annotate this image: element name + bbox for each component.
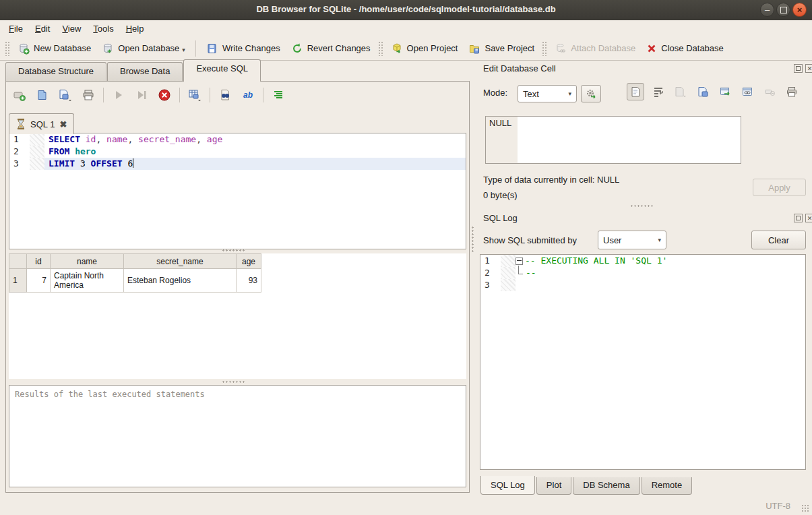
format-sql-icon[interactable] <box>270 87 286 103</box>
cell-id[interactable]: 7 <box>27 269 51 293</box>
main-tabbar: Database Structure Browse Data Execute S… <box>5 62 261 82</box>
autocomplete-icon[interactable]: ab <box>240 87 256 103</box>
tab-db-schema[interactable]: DB Schema <box>573 477 639 495</box>
table-message-splitter[interactable] <box>222 380 246 384</box>
resize-grip[interactable] <box>801 504 809 512</box>
cell-value-editor[interactable]: NULL <box>485 116 741 164</box>
set-null-icon[interactable] <box>761 84 778 100</box>
close-database-button[interactable]: Close Database <box>641 40 729 57</box>
print-sql-icon[interactable] <box>80 87 96 103</box>
cell-editor-title: Edit Database Cell <box>483 63 556 73</box>
close-panel-icon[interactable]: ✕ <box>805 214 812 222</box>
toolbar-drag-handle[interactable] <box>378 41 383 56</box>
print-cell-icon[interactable] <box>784 84 800 100</box>
float-panel-icon[interactable] <box>794 214 803 222</box>
close-sql-tab-icon[interactable]: ✖ <box>59 119 67 129</box>
copy-link-icon[interactable] <box>739 84 755 100</box>
editor-table-splitter[interactable] <box>222 249 246 253</box>
dock-horizontal-splitter[interactable] <box>630 204 654 208</box>
apply-button[interactable]: Apply <box>753 179 806 196</box>
fold-collapse-icon[interactable] <box>516 258 523 265</box>
tab-database-structure[interactable]: Database Structure <box>5 62 106 82</box>
save-project-button[interactable]: Save Project <box>463 39 540 58</box>
attach-database-button[interactable]: Attach Database <box>549 39 641 58</box>
auto-switch-mode-button[interactable] <box>581 85 601 102</box>
save-project-icon <box>468 42 480 55</box>
line-number: 3 <box>9 158 30 170</box>
find-icon[interactable] <box>217 87 233 103</box>
column-header-name[interactable]: name <box>51 254 124 269</box>
word-wrap-icon[interactable] <box>650 84 666 100</box>
menu-edit[interactable]: Edit <box>29 22 56 36</box>
row-number-cell[interactable]: 1 <box>9 269 27 293</box>
clear-log-button[interactable]: Clear <box>751 231 806 249</box>
new-database-icon <box>18 42 30 55</box>
cell-name[interactable]: Captain North America <box>51 269 124 293</box>
new-database-button[interactable]: New Database <box>12 39 96 58</box>
save-sql-file-icon[interactable] <box>57 87 73 103</box>
export-results-icon[interactable] <box>187 87 203 103</box>
write-changes-button[interactable]: Write Changes <box>201 39 286 58</box>
app-window: DB Browser for SQLite - /home/user/code/… <box>0 0 812 515</box>
menu-tools[interactable]: Tools <box>87 22 119 36</box>
open-database-button[interactable]: Open Database ▾ <box>96 39 191 58</box>
menu-view[interactable]: View <box>56 22 87 36</box>
results-table-area: id name secret_name age 1 7 Captain Nort… <box>9 253 466 379</box>
editor-line-3-current[interactable]: 3 LIMIT 3 OFFSET 6 <box>9 158 466 170</box>
sql-log-title: SQL Log <box>483 213 518 223</box>
cell-type-info: Type of data currently in cell: NULL <box>483 175 619 185</box>
cell-age[interactable]: 93 <box>237 269 261 293</box>
line-number: 2 <box>9 146 30 158</box>
cell-value-content[interactable] <box>518 117 741 163</box>
results-table: id name secret_name age 1 7 Captain Nort… <box>9 253 261 293</box>
tab-sql-log[interactable]: SQL Log <box>480 476 535 495</box>
titlebar[interactable]: DB Browser for SQLite - /home/user/code/… <box>0 0 812 21</box>
row-number-header[interactable] <box>9 254 27 269</box>
menu-help[interactable]: Help <box>120 22 150 36</box>
toolbar-drag-handle[interactable] <box>5 41 10 56</box>
sql-code-editor[interactable]: 1 SELECT id, name, secret_name, age 2 FR… <box>9 133 466 249</box>
import-cell-data-icon[interactable] <box>673 84 689 100</box>
stop-execution-icon[interactable] <box>156 87 173 103</box>
tab-remote[interactable]: Remote <box>642 477 693 495</box>
chevron-down-icon: ▾ <box>658 237 661 243</box>
execution-message-area[interactable]: Results of the last executed statements <box>9 385 466 487</box>
log-filter-select[interactable]: User ▾ <box>598 231 666 249</box>
export-cell-data-icon[interactable] <box>695 84 711 100</box>
sql-editor-tab[interactable]: SQL 1 ✖ <box>9 113 74 134</box>
open-database-dropdown-icon[interactable]: ▾ <box>182 47 185 55</box>
main-vertical-splitter[interactable] <box>471 226 475 253</box>
minimize-icon[interactable]: – <box>760 3 774 17</box>
open-project-button[interactable]: Open Project <box>385 39 464 58</box>
revert-changes-button[interactable]: Revert Changes <box>286 39 376 58</box>
open-in-external-icon[interactable] <box>717 84 733 100</box>
tab-execute-sql[interactable]: Execute SQL <box>183 59 261 82</box>
execute-sql-icon[interactable] <box>111 87 127 103</box>
editor-line-1[interactable]: 1 SELECT id, name, secret_name, age <box>9 133 466 146</box>
new-sql-tab-icon[interactable] <box>11 87 28 103</box>
menu-file[interactable]: File <box>3 22 29 36</box>
bottom-tabbar: SQL Log Plot DB Schema Remote <box>480 477 693 495</box>
text-mode-icon[interactable] <box>627 83 644 100</box>
cell-secret-name[interactable]: Esteban Rogelios <box>124 269 237 293</box>
column-header-id[interactable]: id <box>27 254 51 269</box>
toolbar-drag-handle[interactable] <box>542 41 547 56</box>
close-icon[interactable]: × <box>792 3 807 17</box>
line-number: 2 <box>480 267 501 279</box>
hourglass-icon <box>16 119 26 129</box>
execute-line-icon[interactable] <box>133 87 150 103</box>
open-sql-file-icon[interactable] <box>34 87 51 103</box>
column-header-age[interactable]: age <box>237 254 261 269</box>
sql-log-view[interactable]: 1 -- EXECUTING ALL IN 'SQL 1' 2 -- 3 <box>480 254 806 470</box>
maximize-icon[interactable] <box>776 3 790 17</box>
log-line-2: 2 -- <box>480 267 805 279</box>
text-cursor <box>133 158 133 168</box>
cell-mode-select[interactable]: Text ▾ <box>518 85 577 102</box>
float-panel-icon[interactable] <box>794 64 803 73</box>
column-header-secret-name[interactable]: secret_name <box>124 254 237 269</box>
tab-browse-data[interactable]: Browse Data <box>107 62 183 82</box>
close-panel-icon[interactable]: ✕ <box>805 64 812 73</box>
toolbar-separator <box>195 40 196 57</box>
editor-line-2[interactable]: 2 FROM hero <box>9 146 466 158</box>
tab-plot[interactable]: Plot <box>536 477 571 495</box>
